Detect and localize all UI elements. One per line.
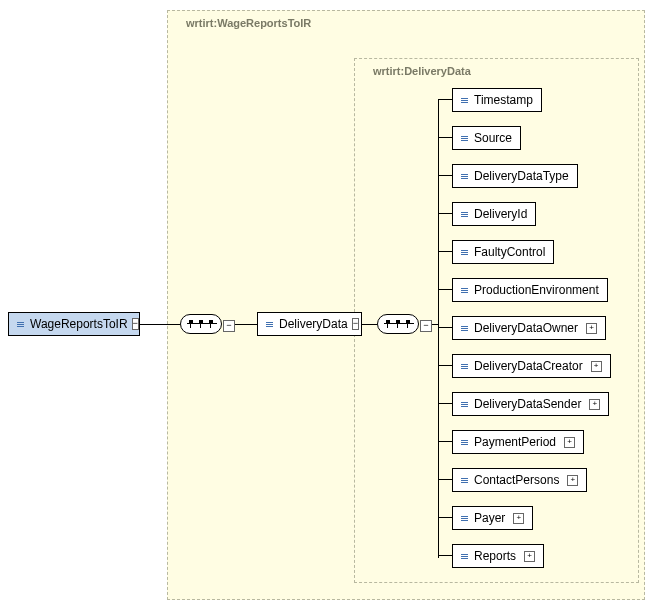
connector [235, 324, 257, 325]
element-icon [461, 440, 468, 445]
element-icon [461, 288, 468, 293]
child-node-label: ProductionEnvironment [474, 283, 599, 297]
connector [140, 324, 180, 325]
child-node[interactable]: Timestamp [452, 88, 542, 112]
child-node-label: Source [474, 131, 512, 145]
child-node[interactable]: FaultyControl [452, 240, 554, 264]
connector [438, 365, 452, 366]
element-icon [461, 174, 468, 179]
element-icon [461, 364, 468, 369]
element-icon [461, 326, 468, 331]
child-node-label: DeliveryDataSender [474, 397, 581, 411]
sequence-compositor[interactable] [377, 314, 419, 334]
element-icon [461, 212, 468, 217]
child-node[interactable]: ContactPersons+ [452, 468, 587, 492]
connector [438, 137, 452, 138]
connector [438, 99, 452, 100]
connector [438, 289, 452, 290]
child-node[interactable]: Source [452, 126, 521, 150]
child-node[interactable]: Payer+ [452, 506, 533, 530]
plus-icon[interactable]: + [513, 513, 524, 524]
inner-frame-label: wrtirt:DeliveryData [373, 65, 471, 77]
plus-icon[interactable]: + [591, 361, 602, 372]
outer-frame-label: wrtirt:WageReportsToIR [186, 17, 311, 29]
child-node-label: Payer [474, 511, 505, 525]
connector [438, 479, 452, 480]
child-node-label: Timestamp [474, 93, 533, 107]
connector [438, 555, 452, 556]
plus-icon[interactable]: + [564, 437, 575, 448]
child-node-label: DeliveryId [474, 207, 527, 221]
connector [438, 213, 452, 214]
root-node-label: WageReportsToIR [30, 317, 128, 331]
connector [362, 324, 377, 325]
element-icon [266, 322, 273, 327]
child-node[interactable]: DeliveryDataOwner+ [452, 316, 606, 340]
child-node-label: ContactPersons [474, 473, 559, 487]
minus-icon[interactable]: − [223, 320, 235, 332]
element-icon [461, 98, 468, 103]
element-icon [461, 136, 468, 141]
minus-icon[interactable]: − [352, 318, 359, 330]
seq-expander-wrapper: − [420, 318, 432, 332]
plus-icon[interactable]: + [586, 323, 597, 334]
child-node-label: DeliveryDataType [474, 169, 569, 183]
delivery-data-node[interactable]: DeliveryData − [257, 312, 362, 336]
plus-icon[interactable]: + [589, 399, 600, 410]
minus-icon[interactable]: − [420, 320, 432, 332]
child-node[interactable]: DeliveryId [452, 202, 536, 226]
element-icon [17, 322, 24, 327]
child-node-label: DeliveryDataOwner [474, 321, 578, 335]
plus-icon[interactable]: + [567, 475, 578, 486]
child-node[interactable]: Reports+ [452, 544, 544, 568]
child-node[interactable]: DeliveryDataCreator+ [452, 354, 611, 378]
plus-icon[interactable]: + [524, 551, 535, 562]
delivery-data-label: DeliveryData [279, 317, 348, 331]
child-node[interactable]: DeliveryDataSender+ [452, 392, 609, 416]
connector [438, 441, 452, 442]
element-icon [461, 516, 468, 521]
seq-expander-wrapper: − [223, 318, 235, 332]
child-node-label: Reports [474, 549, 516, 563]
connector [438, 327, 452, 328]
child-node-label: PaymentPeriod [474, 435, 556, 449]
element-icon [461, 554, 468, 559]
element-icon [461, 250, 468, 255]
child-node[interactable]: PaymentPeriod+ [452, 430, 584, 454]
element-icon [461, 402, 468, 407]
sequence-compositor[interactable] [180, 314, 222, 334]
connector [438, 403, 452, 404]
child-node-label: FaultyControl [474, 245, 545, 259]
connector [438, 251, 452, 252]
child-node[interactable]: ProductionEnvironment [452, 278, 608, 302]
connector-spine [438, 99, 439, 558]
root-node[interactable]: WageReportsToIR − [8, 312, 140, 336]
connector [438, 175, 452, 176]
child-node[interactable]: DeliveryDataType [452, 164, 578, 188]
child-node-label: DeliveryDataCreator [474, 359, 583, 373]
connector [438, 517, 452, 518]
minus-icon[interactable]: − [132, 318, 139, 330]
element-icon [461, 478, 468, 483]
